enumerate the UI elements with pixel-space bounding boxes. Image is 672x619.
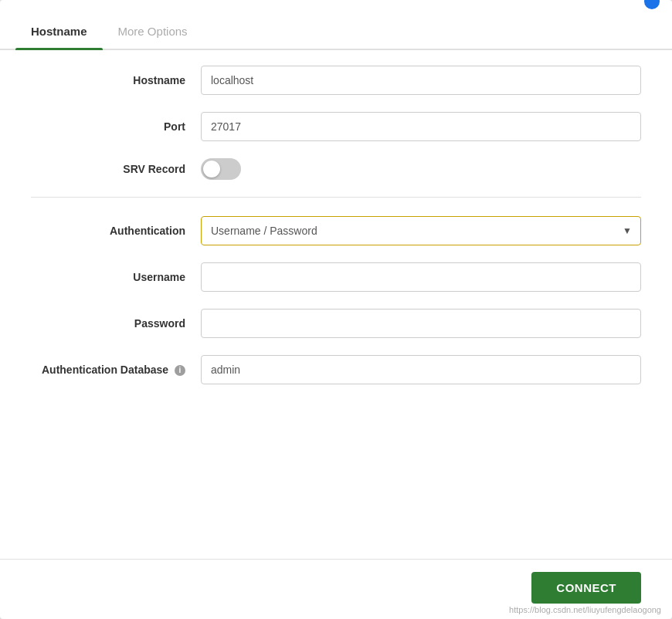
- port-label: Port: [31, 120, 201, 133]
- tab-more-options[interactable]: More Options: [103, 15, 203, 49]
- username-row: Username: [31, 262, 641, 292]
- tab-hostname[interactable]: Hostname: [15, 15, 103, 49]
- auth-database-input[interactable]: [201, 355, 641, 384]
- connect-button[interactable]: CONNECT: [531, 572, 641, 604]
- hostname-input[interactable]: [201, 66, 641, 95]
- auth-database-label: Authentication Database i: [31, 364, 201, 376]
- authentication-select[interactable]: Username / Password None SCRAM-SHA-1 LDA…: [201, 216, 641, 245]
- srv-toggle[interactable]: [201, 158, 241, 180]
- toggle-slider: [201, 158, 241, 180]
- form-area: Hostname Port SRV Record Authentication …: [0, 50, 672, 559]
- password-label: Password: [31, 317, 201, 330]
- port-row: Port: [31, 112, 641, 141]
- hostname-row: Hostname: [31, 66, 641, 95]
- password-row: Password: [31, 309, 641, 338]
- tabs-bar: Hostname More Options: [0, 15, 672, 50]
- top-circle-decoration: [644, 0, 660, 9]
- authentication-label: Authentication: [31, 225, 201, 237]
- username-label: Username: [31, 271, 201, 283]
- srv-record-label: SRV Record: [31, 163, 201, 175]
- url-hint: https://blog.csdn.net/liuyufengdelaogong: [509, 605, 661, 614]
- auth-database-row: Authentication Database i: [31, 355, 641, 384]
- password-input[interactable]: [201, 309, 641, 338]
- username-input[interactable]: [201, 262, 641, 292]
- section-divider: [31, 197, 641, 198]
- authentication-row: Authentication Username / Password None …: [31, 216, 641, 245]
- auth-database-info-icon[interactable]: i: [175, 365, 185, 376]
- authentication-select-wrapper: Username / Password None SCRAM-SHA-1 LDA…: [201, 216, 641, 245]
- port-input[interactable]: [201, 112, 641, 141]
- hostname-label: Hostname: [31, 74, 201, 86]
- dialog-container: Hostname More Options Hostname Port SRV …: [0, 0, 672, 619]
- srv-record-row: SRV Record: [31, 158, 641, 180]
